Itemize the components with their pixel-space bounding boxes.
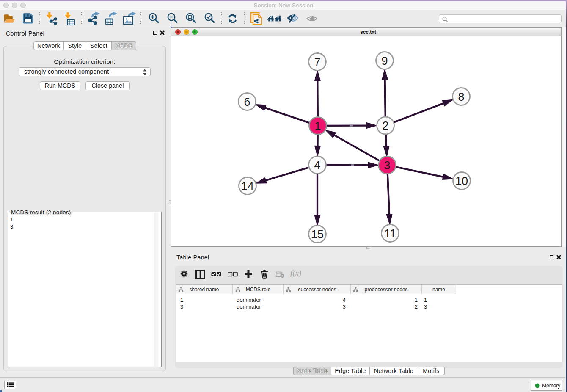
svg-text:10: 10 xyxy=(455,175,468,188)
svg-text:2: 2 xyxy=(382,119,388,132)
svg-text:14: 14 xyxy=(241,180,254,193)
svg-text:11: 11 xyxy=(384,227,396,240)
svg-text:6: 6 xyxy=(244,96,250,108)
svg-text:7: 7 xyxy=(314,56,320,69)
svg-text:9: 9 xyxy=(381,55,388,67)
svg-text:8: 8 xyxy=(458,91,464,103)
svg-text:3: 3 xyxy=(384,159,390,172)
svg-text:15: 15 xyxy=(311,228,324,241)
svg-text:1: 1 xyxy=(314,120,321,133)
svg-text:4: 4 xyxy=(314,159,320,171)
